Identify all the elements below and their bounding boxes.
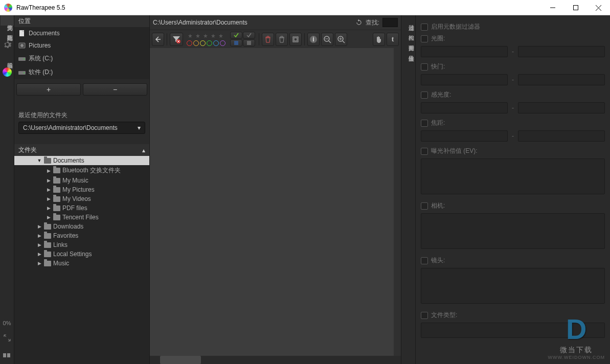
tree-row[interactable]: ▶Music: [14, 259, 149, 268]
expand-icon[interactable]: ▶: [37, 252, 42, 257]
color-label-row[interactable]: [187, 40, 225, 46]
expand-icon[interactable]: ▶: [46, 168, 51, 173]
unedited-filter-button[interactable]: [243, 32, 255, 39]
tree-row[interactable]: ▼Documents: [14, 156, 149, 165]
expand-icon[interactable]: ▶: [37, 242, 42, 247]
tree-row[interactable]: ▶Downloads: [14, 222, 149, 231]
refresh-icon[interactable]: [355, 19, 363, 26]
panel-toggle-icon[interactable]: [1, 349, 14, 362]
tree-row[interactable]: ▶Tencent Files: [14, 213, 149, 222]
tab-file-browser[interactable]: 文件浏览: [1, 15, 14, 26]
star-icon[interactable]: ★: [210, 32, 217, 39]
place-item[interactable]: Pictures: [14, 39, 149, 52]
fullscreen-icon[interactable]: [1, 331, 14, 345]
camera-list[interactable]: [421, 213, 605, 249]
tree-row[interactable]: ▶My Videos: [14, 194, 149, 203]
folders-header[interactable]: 文件夹▴: [14, 144, 149, 156]
preferences-icon[interactable]: [1, 38, 14, 51]
shutter-checkbox[interactable]: [421, 63, 428, 71]
zoom-in-button[interactable]: [335, 33, 347, 46]
iso-checkbox[interactable]: [421, 92, 428, 99]
close-button[interactable]: [587, 0, 610, 15]
focal-from-input[interactable]: [421, 130, 508, 142]
minimize-button[interactable]: [541, 0, 564, 15]
original-filter-button[interactable]: [289, 33, 302, 46]
expand-icon[interactable]: ▶: [37, 224, 42, 229]
color-dot[interactable]: [200, 40, 206, 46]
ev-checkbox[interactable]: [421, 148, 428, 155]
aperture-from-input[interactable]: [421, 46, 508, 57]
remove-place-button[interactable]: −: [83, 83, 147, 96]
tree-row[interactable]: ▶Local Settings: [14, 249, 149, 259]
color-dot[interactable]: [207, 40, 212, 46]
star-icon[interactable]: ★: [187, 32, 194, 39]
saved-filter-button[interactable]: [230, 39, 242, 47]
clear-filters-button[interactable]: [170, 33, 183, 46]
edited-filter-button[interactable]: [230, 32, 242, 39]
camera-checkbox[interactable]: [421, 202, 428, 210]
tab-batch-queue[interactable]: 批处理队列: [1, 26, 14, 36]
expand-icon[interactable]: ▶: [46, 187, 51, 192]
enable-meta-checkbox[interactable]: [421, 24, 428, 31]
star-icon[interactable]: ★: [194, 32, 201, 39]
shutter-from-input[interactable]: [421, 74, 508, 85]
iso-to-input[interactable]: [518, 102, 605, 113]
recent-path-combo[interactable]: C:\Users\Administrator\Documents ▾: [18, 122, 145, 134]
add-place-button[interactable]: +: [16, 83, 81, 96]
thumbnail-area[interactable]: [150, 48, 401, 356]
tree-row[interactable]: ▶Links: [14, 240, 149, 249]
color-dot[interactable]: [220, 40, 225, 46]
vertical-scrollbar[interactable]: [394, 48, 401, 356]
not-trash-button[interactable]: [276, 33, 288, 46]
rainbow-icon[interactable]: [1, 65, 14, 79]
info-button[interactable]: i: [307, 33, 320, 46]
tab-batch-edit[interactable]: 图片调整: [402, 36, 415, 46]
focal-checkbox[interactable]: [421, 120, 428, 127]
star-filter-row[interactable]: ★★★★★: [187, 32, 225, 39]
aperture-to-input[interactable]: [518, 46, 605, 57]
trash-button[interactable]: [262, 33, 274, 46]
shutter-to-input[interactable]: [518, 74, 605, 85]
horizontal-scrollbar[interactable]: [150, 356, 401, 364]
filetype-list[interactable]: [421, 323, 605, 338]
tab-inspect[interactable]: 检阅: [402, 26, 415, 36]
place-item[interactable]: Documents: [14, 27, 149, 39]
place-item[interactable]: 系统 (C:): [14, 52, 149, 65]
aperture-checkbox[interactable]: [421, 35, 428, 42]
expand-icon[interactable]: ▶: [37, 261, 42, 266]
tree-row[interactable]: ▶My Pictures: [14, 185, 149, 194]
panel-expand-button[interactable]: t: [387, 33, 399, 46]
find-input[interactable]: [382, 18, 398, 27]
places-header[interactable]: 位置: [14, 15, 149, 27]
folder-tree[interactable]: ▼Documents▶Bluetooth 交换文件夹▶My Music▶My P…: [14, 156, 149, 364]
lens-list[interactable]: [421, 268, 605, 304]
tab-editor[interactable]: 编辑器: [1, 53, 14, 63]
hand-tool-button[interactable]: [373, 33, 385, 46]
tree-row[interactable]: ▶Favorites: [14, 231, 149, 240]
color-dot[interactable]: [187, 40, 192, 46]
focal-to-input[interactable]: [518, 130, 605, 142]
expand-icon[interactable]: ▶: [46, 178, 51, 183]
path-input[interactable]: [153, 19, 352, 26]
star-icon[interactable]: ★: [217, 32, 224, 39]
panel-collapse-button[interactable]: [152, 33, 164, 46]
expand-icon[interactable]: ▶: [46, 215, 51, 220]
color-dot[interactable]: [193, 40, 199, 46]
lens-checkbox[interactable]: [421, 257, 428, 264]
star-icon[interactable]: ★: [202, 32, 209, 39]
tab-fast-export[interactable]: 快速导出: [402, 46, 415, 56]
ev-list[interactable]: [421, 158, 605, 194]
expand-icon[interactable]: ▶: [46, 206, 51, 211]
unsaved-filter-button[interactable]: [243, 39, 255, 47]
place-item[interactable]: 软件 (D:): [14, 65, 149, 79]
expand-icon[interactable]: ▼: [37, 158, 42, 163]
iso-from-input[interactable]: [421, 102, 508, 113]
zoom-out-button[interactable]: [321, 33, 333, 46]
expand-icon[interactable]: ▶: [37, 233, 42, 238]
tree-row[interactable]: ▶Bluetooth 交换文件夹: [14, 165, 149, 176]
tab-filter[interactable]: 过滤器: [402, 15, 415, 26]
expand-icon[interactable]: ▶: [46, 196, 51, 201]
filetype-checkbox[interactable]: [421, 312, 428, 319]
maximize-button[interactable]: [564, 0, 587, 15]
tree-row[interactable]: ▶PDF files: [14, 203, 149, 213]
